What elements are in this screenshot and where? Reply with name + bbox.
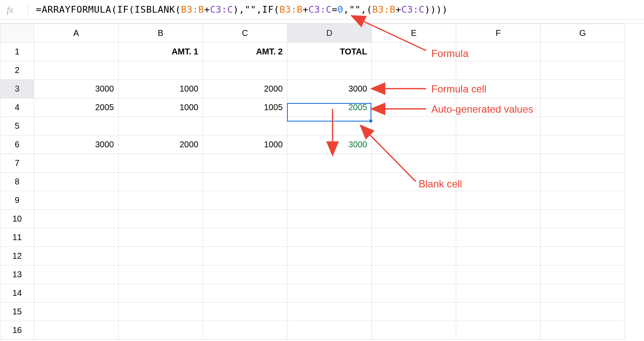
column-header-g[interactable]: G	[541, 24, 625, 43]
cell-A12[interactable]	[34, 247, 119, 265]
row-header-7[interactable]: 7	[0, 154, 34, 173]
cell-G4[interactable]	[541, 98, 625, 117]
cell-F15[interactable]	[456, 303, 541, 321]
cell-B14[interactable]	[119, 284, 203, 303]
cell-C11[interactable]	[203, 228, 287, 247]
cell-A16[interactable]	[34, 321, 119, 340]
cell-G1[interactable]	[541, 43, 625, 61]
cell-B12[interactable]	[119, 247, 203, 265]
row-header-6[interactable]: 6	[0, 135, 34, 154]
cell-D13[interactable]	[287, 265, 372, 284]
column-header-e[interactable]: E	[372, 24, 456, 43]
cell-D3[interactable]: 3000	[287, 80, 372, 98]
cell-E2[interactable]	[372, 61, 456, 80]
cell-C1[interactable]: AMT. 2	[203, 43, 287, 61]
cell-F16[interactable]	[456, 321, 541, 340]
cell-F1[interactable]	[456, 43, 541, 61]
cell-D1[interactable]: TOTAL	[287, 43, 372, 61]
cell-F6[interactable]	[456, 135, 541, 154]
cell-B15[interactable]	[119, 303, 203, 321]
cell-B3[interactable]: 1000	[119, 80, 203, 98]
cell-D6[interactable]: 3000	[287, 135, 372, 154]
formula-input[interactable]: =ARRAYFORMULA(IF(ISBLANK(B3:B+C3:C),"",I…	[36, 4, 448, 15]
cell-B11[interactable]	[119, 228, 203, 247]
cell-E6[interactable]	[372, 135, 456, 154]
cell-E12[interactable]	[372, 247, 456, 265]
cell-E8[interactable]	[372, 173, 456, 191]
row-header-14[interactable]: 14	[0, 284, 34, 303]
row-header-15[interactable]: 15	[0, 303, 34, 321]
cell-G7[interactable]	[541, 154, 625, 173]
row-header-10[interactable]: 10	[0, 210, 34, 228]
cell-D10[interactable]	[287, 210, 372, 228]
cell-B4[interactable]: 1000	[119, 98, 203, 117]
row-header-13[interactable]: 13	[0, 265, 34, 284]
cell-B7[interactable]	[119, 154, 203, 173]
cell-F7[interactable]	[456, 154, 541, 173]
cell-G2[interactable]	[541, 61, 625, 80]
cell-C9[interactable]	[203, 191, 287, 210]
cell-C3[interactable]: 2000	[203, 80, 287, 98]
cell-G14[interactable]	[541, 284, 625, 303]
cell-G3[interactable]	[541, 80, 625, 98]
cell-A8[interactable]	[34, 173, 119, 191]
cell-F2[interactable]	[456, 61, 541, 80]
cell-G8[interactable]	[541, 173, 625, 191]
column-header-d[interactable]: D	[287, 24, 372, 43]
cell-D7[interactable]	[287, 154, 372, 173]
cell-E14[interactable]	[372, 284, 456, 303]
cell-C15[interactable]	[203, 303, 287, 321]
cell-F3[interactable]	[456, 80, 541, 98]
cell-G15[interactable]	[541, 303, 625, 321]
cell-G12[interactable]	[541, 247, 625, 265]
cell-B6[interactable]: 2000	[119, 135, 203, 154]
cell-A3[interactable]: 3000	[34, 80, 119, 98]
cell-A6[interactable]: 3000	[34, 135, 119, 154]
row-header-4[interactable]: 4	[0, 98, 34, 117]
cell-G11[interactable]	[541, 228, 625, 247]
cell-G16[interactable]	[541, 321, 625, 340]
cell-A4[interactable]: 2005	[34, 98, 119, 117]
row-header-16[interactable]: 16	[0, 321, 34, 340]
cell-B10[interactable]	[119, 210, 203, 228]
cell-D15[interactable]	[287, 303, 372, 321]
cell-A9[interactable]	[34, 191, 119, 210]
cell-F12[interactable]	[456, 247, 541, 265]
select-all-corner[interactable]	[0, 24, 34, 43]
cell-C2[interactable]	[203, 61, 287, 80]
cell-A5[interactable]	[34, 117, 119, 135]
cell-B13[interactable]	[119, 265, 203, 284]
cell-F9[interactable]	[456, 191, 541, 210]
cell-E11[interactable]	[372, 228, 456, 247]
column-header-c[interactable]: C	[203, 24, 287, 43]
cell-F5[interactable]	[456, 117, 541, 135]
cell-D5[interactable]	[287, 117, 372, 135]
row-header-11[interactable]: 11	[0, 228, 34, 247]
cell-C7[interactable]	[203, 154, 287, 173]
cell-C16[interactable]	[203, 321, 287, 340]
row-header-12[interactable]: 12	[0, 247, 34, 265]
cell-B1[interactable]: AMT. 1	[119, 43, 203, 61]
cell-E10[interactable]	[372, 210, 456, 228]
cell-E3[interactable]	[372, 80, 456, 98]
cell-B16[interactable]	[119, 321, 203, 340]
cell-E9[interactable]	[372, 191, 456, 210]
cell-A2[interactable]	[34, 61, 119, 80]
cell-F11[interactable]	[456, 228, 541, 247]
row-header-3[interactable]: 3	[0, 80, 34, 98]
cell-B9[interactable]	[119, 191, 203, 210]
cell-G9[interactable]	[541, 191, 625, 210]
column-header-a[interactable]: A	[34, 24, 119, 43]
cell-E4[interactable]	[372, 98, 456, 117]
cell-A1[interactable]	[34, 43, 119, 61]
cell-D8[interactable]	[287, 173, 372, 191]
cell-G10[interactable]	[541, 210, 625, 228]
cell-G6[interactable]	[541, 135, 625, 154]
cell-D16[interactable]	[287, 321, 372, 340]
cell-A14[interactable]	[34, 284, 119, 303]
cell-G5[interactable]	[541, 117, 625, 135]
cell-F10[interactable]	[456, 210, 541, 228]
cell-E1[interactable]	[372, 43, 456, 61]
cell-C4[interactable]: 1005	[203, 98, 287, 117]
cell-C12[interactable]	[203, 247, 287, 265]
